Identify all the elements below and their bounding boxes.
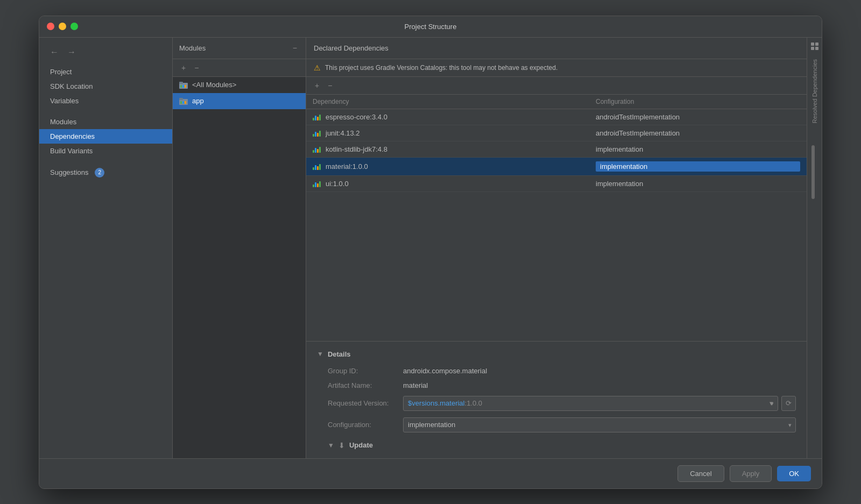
update-section: ▼ ⬇ Update [317, 441, 796, 450]
deps-toolbar: + − [306, 77, 807, 95]
forward-button[interactable]: → [65, 46, 78, 58]
sidebar: ← → Project SDK Location Variables Modul… [39, 38, 173, 458]
dep-cell: ui:1.0.0 [313, 180, 596, 188]
sidebar-item-dependencies[interactable]: Dependencies [39, 129, 172, 144]
warning-text: This project uses Gradle Version Catalog… [325, 64, 557, 72]
sidebar-item-modules[interactable]: Modules [39, 115, 172, 129]
modules-title: Modules [179, 44, 206, 52]
modules-collapse-button[interactable]: − [291, 42, 299, 53]
sidebar-item-suggestions[interactable]: Suggestions 2 [39, 165, 172, 181]
deps-table: Dependency Configuration [306, 95, 807, 341]
nav-arrows: ← → [39, 44, 172, 65]
window-controls [47, 23, 78, 30]
scrollbar-thumb[interactable] [811, 145, 815, 199]
conf-cell: androidTestImplementation [596, 129, 800, 137]
resolved-deps-tab[interactable]: Resolved Dependencies [807, 38, 822, 458]
grid-icon [810, 42, 819, 51]
dep-bar-icon [313, 113, 321, 120]
dep-name: kotlin-stdlib-jdk7:4.8 [326, 145, 387, 153]
svg-rect-13 [815, 47, 818, 50]
modules-header: Modules − [173, 38, 306, 59]
app-folder-icon [179, 97, 188, 105]
sidebar-item-variables[interactable]: Variables [39, 94, 172, 108]
cancel-button[interactable]: Cancel [677, 465, 724, 482]
apply-button[interactable]: Apply [730, 465, 772, 482]
declared-deps-header: Declared Dependencies [306, 38, 807, 59]
modules-toolbar: + − [173, 59, 306, 77]
table-body: espresso-core:3.4.0 androidTestImplement… [306, 109, 807, 341]
minimize-button[interactable] [59, 23, 66, 30]
svg-rect-11 [815, 42, 818, 46]
table-row-selected[interactable]: material:1.0.0 implementation [306, 158, 807, 176]
dep-bar-icon [313, 145, 321, 153]
requested-version-label: Requested Version: [328, 399, 403, 407]
main-content: ← → Project SDK Location Variables Modul… [39, 38, 822, 458]
details-fields: Group ID: androidx.compose.material Arti… [317, 367, 796, 432]
resolved-deps-label[interactable]: Resolved Dependencies [811, 59, 818, 123]
refresh-button[interactable]: ⟳ [781, 396, 796, 411]
right-panel: Declared Dependencies ⚠ This project use… [306, 38, 807, 458]
table-row[interactable]: kotlin-stdlib-jdk7:4.8 implementation [306, 141, 807, 158]
svg-rect-7 [180, 101, 182, 104]
col-configuration-header: Configuration [596, 98, 800, 105]
sidebar-gap2 [39, 158, 172, 165]
conf-cell: androidTestImplementation [596, 113, 800, 121]
sidebar-item-build-variants[interactable]: Build Variants [39, 144, 172, 158]
details-chevron-icon[interactable]: ▼ [317, 350, 323, 358]
dep-name: ui:1.0.0 [326, 180, 349, 188]
svg-rect-2 [180, 85, 182, 88]
modules-remove-button[interactable]: − [192, 62, 201, 73]
conf-cell-selected: implementation [596, 161, 800, 172]
svg-rect-3 [182, 85, 184, 88]
update-chevron-icon[interactable]: ▼ [328, 442, 334, 449]
details-header: ▼ Details [317, 350, 796, 358]
module-all-label: <All Modules> [192, 81, 236, 89]
update-title: Update [349, 441, 373, 449]
sidebar-item-project[interactable]: Project [39, 65, 172, 79]
svg-rect-8 [182, 101, 184, 104]
svg-rect-9 [185, 101, 186, 104]
svg-rect-1 [179, 82, 183, 84]
footer: Cancel Apply OK [39, 458, 822, 488]
dep-bar-icon [313, 129, 321, 137]
suggestions-badge: 2 [95, 168, 104, 178]
dep-bar-icon [313, 180, 321, 187]
project-structure-window: Project Structure ← → Project SDK Locati… [39, 16, 822, 489]
table-row[interactable]: junit:4.13.2 androidTestImplementation [306, 125, 807, 141]
svg-rect-12 [811, 47, 814, 50]
version-link: $versions.material [408, 399, 465, 407]
svg-rect-6 [179, 98, 183, 100]
configuration-label: Configuration: [328, 421, 403, 429]
sidebar-gap [39, 108, 172, 115]
deps-remove-button[interactable]: − [326, 80, 334, 91]
ok-button[interactable]: OK [777, 466, 811, 481]
artifact-name-label: Artifact Name: [328, 381, 403, 389]
svg-rect-4 [185, 85, 186, 88]
dep-cell: material:1.0.0 [313, 162, 596, 171]
dep-name: material:1.0.0 [326, 162, 368, 171]
group-id-value: androidx.compose.material [403, 367, 796, 375]
deps-add-button[interactable]: + [313, 80, 321, 91]
module-item-all[interactable]: <All Modules> [173, 77, 306, 93]
sidebar-item-sdk-location[interactable]: SDK Location [39, 79, 172, 94]
version-select-display[interactable]: $versions.material : 1.0.0 ▾ [403, 396, 778, 411]
modules-add-button[interactable]: + [179, 62, 188, 73]
close-button[interactable] [47, 23, 54, 30]
titlebar: Project Structure [39, 16, 822, 38]
conf-cell: implementation [596, 180, 800, 188]
dep-cell: junit:4.13.2 [313, 129, 596, 137]
artifact-name-value: material [403, 381, 796, 389]
module-item-app[interactable]: app [173, 93, 306, 109]
back-button[interactable]: ← [48, 46, 61, 58]
svg-rect-10 [811, 42, 814, 46]
configuration-select[interactable]: implementation api compileOnly runtimeOn… [403, 417, 796, 432]
table-row[interactable]: ui:1.0.0 implementation [306, 176, 807, 192]
config-select-wrapper: implementation api compileOnly runtimeOn… [403, 417, 796, 432]
conf-cell: implementation [596, 145, 800, 153]
dep-cell: kotlin-stdlib-jdk7:4.8 [313, 145, 596, 153]
group-id-label: Group ID: [328, 367, 403, 375]
modules-panel: Modules − + − [173, 38, 306, 458]
dep-bar-icon [313, 162, 321, 170]
table-row[interactable]: espresso-core:3.4.0 androidTestImplement… [306, 109, 807, 125]
maximize-button[interactable] [70, 23, 78, 30]
